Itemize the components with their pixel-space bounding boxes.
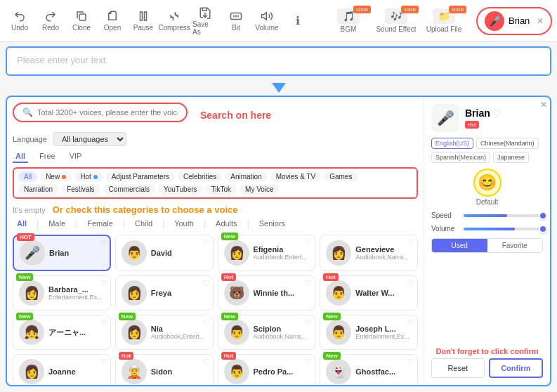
- language-tag[interactable]: English(US): [431, 138, 473, 149]
- gender-seniors[interactable]: Seniors: [255, 218, 289, 229]
- voice-heart[interactable]: ♡: [203, 279, 210, 288]
- voice-heart[interactable]: ♡: [203, 238, 210, 247]
- voice-card[interactable]: Hot 👨 Walter W... ♡: [320, 275, 418, 311]
- undo-button[interactable]: Undo: [7, 10, 32, 32]
- voice-selector[interactable]: 🎤 Brian ✕: [476, 7, 552, 35]
- sound-effect-button[interactable]: 🎶 Sound Effect soon: [375, 8, 417, 33]
- voice-card[interactable]: 👨 David ♡: [115, 235, 214, 271]
- gender-adults[interactable]: Adults: [211, 218, 242, 229]
- heart-icon[interactable]: ♡: [493, 107, 502, 119]
- voice-card[interactable]: 👩 Genevieve Audiobook,Narra... ♡: [320, 235, 418, 271]
- search-label: Search on here: [200, 110, 271, 121]
- voice-card[interactable]: 👩 Joanne ♡: [13, 354, 111, 385]
- cat-movies[interactable]: Movies & TV: [270, 171, 322, 182]
- bit-button[interactable]: Bit: [223, 10, 249, 32]
- voice-card[interactable]: 👩 Freya ♡: [115, 275, 214, 311]
- voice-card[interactable]: Hot 🐻 Winnie th... ♡: [218, 275, 316, 311]
- voice-heart[interactable]: ♡: [100, 318, 107, 327]
- cat-youtubers[interactable]: YouTubers: [158, 184, 203, 195]
- voice-heart[interactable]: ♡: [407, 358, 414, 367]
- redo-button[interactable]: Redo: [38, 10, 63, 32]
- voice-badge: New: [221, 233, 238, 240]
- voice-card[interactable]: New 👩 Efigenia Audiobook,Entert... ♡: [218, 235, 316, 271]
- voice-heart[interactable]: ♡: [203, 358, 210, 367]
- voice-heart[interactable]: ♡: [407, 318, 414, 327]
- speed-thumb[interactable]: [539, 211, 547, 220]
- clone-button[interactable]: Clone: [69, 10, 94, 32]
- voice-card[interactable]: New 👨 Scipion Audiobook,Narra... ♡: [218, 315, 316, 350]
- voice-card[interactable]: Hot 👨 Pedro Pa... ♡: [218, 354, 316, 385]
- voice-info: Sidon: [151, 367, 207, 376]
- search-bar[interactable]: 🔍: [13, 103, 188, 122]
- emoji-icon[interactable]: 😊: [473, 169, 502, 197]
- gender-child[interactable]: Child: [131, 218, 157, 229]
- cat-celebrities[interactable]: Celebrities: [178, 171, 222, 182]
- voice-info: Pedro Pa...: [254, 367, 310, 376]
- voice-card[interactable]: New 👩 Nia Audiobook,Entert... ♡: [115, 315, 214, 350]
- voice-card[interactable]: New 👧 アーニャ... ♡: [13, 315, 111, 350]
- cat-my-voice[interactable]: My Voice: [240, 184, 280, 195]
- tab-vip[interactable]: VIP: [67, 150, 85, 163]
- search-input[interactable]: [37, 108, 178, 117]
- gender-female[interactable]: Female: [83, 218, 117, 229]
- save-as-button[interactable]: Save As: [192, 6, 218, 36]
- tab-favorite[interactable]: Favorite: [487, 239, 543, 252]
- cat-new[interactable]: New: [40, 171, 72, 182]
- cat-festivals[interactable]: Festivals: [61, 184, 100, 195]
- gender-all[interactable]: All: [13, 218, 31, 229]
- language-tag[interactable]: Chinese(Mandarin): [476, 138, 539, 149]
- open-button[interactable]: Open: [100, 10, 125, 32]
- voice-card[interactable]: New 👨 Joseph L... Entertainment,Ex... ♡: [320, 315, 418, 350]
- voice-heart[interactable]: ♡: [407, 279, 414, 288]
- pause-button[interactable]: Pause: [131, 10, 156, 32]
- voice-card[interactable]: HOT 🎤 Brian ♡: [13, 235, 111, 271]
- voice-heart[interactable]: ♡: [305, 279, 312, 288]
- gender-male[interactable]: Male: [44, 218, 70, 229]
- language-tags: English(US)Chinese(Mandarin)Spanish(Mexi…: [431, 138, 543, 163]
- tab-used[interactable]: Used: [432, 239, 487, 252]
- gender-youth[interactable]: Youth: [170, 218, 198, 229]
- info-button[interactable]: ℹ: [285, 14, 310, 27]
- text-input-area[interactable]: Please enter your text.: [6, 46, 551, 76]
- voice-heart[interactable]: ♡: [305, 238, 312, 247]
- voice-card[interactable]: New 👩 Barbara_... Entertainment,Ex... ♡: [13, 275, 111, 311]
- bgm-button[interactable]: 🎵 BGM soon: [327, 8, 369, 33]
- volume-thumb[interactable]: [539, 225, 547, 233]
- language-tag[interactable]: Spanish(Mexican): [431, 152, 490, 163]
- cat-adjust[interactable]: Adjust Parameters: [106, 171, 175, 182]
- tab-free[interactable]: Free: [37, 150, 58, 163]
- voice-heart[interactable]: ♡: [100, 279, 107, 288]
- text-placeholder: Please enter your text.: [17, 55, 108, 65]
- voice-heart[interactable]: ♡: [407, 238, 414, 247]
- language-select[interactable]: All languages: [53, 132, 126, 146]
- emoji-default-section: 😊 Default: [431, 169, 543, 206]
- voice-card[interactable]: New 👻 Ghostfac... ♡: [320, 354, 418, 385]
- cat-all[interactable]: All: [18, 171, 37, 182]
- voice-heart[interactable]: ♡: [100, 358, 107, 367]
- voice-selector-close[interactable]: ✕: [537, 16, 544, 26]
- volume-fill: [464, 228, 515, 230]
- tab-all[interactable]: All: [13, 150, 28, 163]
- reset-button[interactable]: Reset: [431, 358, 485, 378]
- cat-narration[interactable]: Narration: [18, 184, 58, 195]
- cat-commercials[interactable]: Commercials: [103, 184, 155, 195]
- volume-button[interactable]: Volume: [254, 10, 280, 32]
- cat-hot[interactable]: Hot: [74, 171, 103, 182]
- confirm-button[interactable]: Confirm: [489, 358, 544, 378]
- voice-heart[interactable]: ♡: [203, 318, 210, 327]
- voice-heart[interactable]: ♡: [305, 318, 312, 327]
- voice-heart[interactable]: ♡: [100, 239, 107, 248]
- voice-badge: Hot: [119, 352, 133, 360]
- cat-animation[interactable]: Animation: [225, 171, 267, 182]
- voice-card[interactable]: Hot 🧝 Sidon ♡: [115, 354, 214, 385]
- voice-heart[interactable]: ♡: [305, 358, 312, 367]
- cat-games[interactable]: Games: [324, 171, 358, 182]
- voice-avatar: 👨: [122, 240, 147, 266]
- voice-grid: HOT 🎤 Brian ♡ 👨 David ♡ New 👩 Efigenia A…: [13, 235, 418, 385]
- cat-tiktok[interactable]: TikTok: [206, 184, 237, 195]
- language-tag[interactable]: Japanese: [493, 152, 529, 163]
- upload-file-button[interactable]: 📁 Upload File soon: [423, 8, 465, 33]
- close-panel-button[interactable]: ✕: [540, 100, 547, 110]
- voice-mic-icon: 🎤: [485, 11, 504, 31]
- compress-button[interactable]: Compress: [162, 10, 187, 32]
